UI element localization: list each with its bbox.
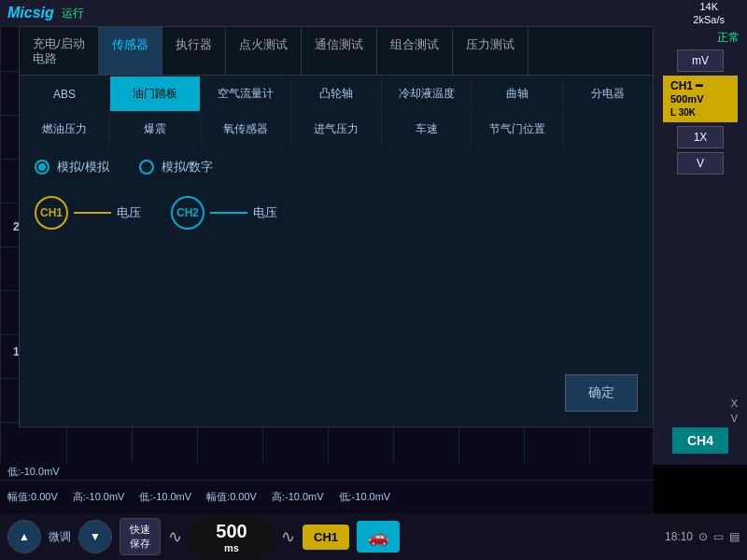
- sensor-knock[interactable]: 爆震: [110, 112, 200, 147]
- down-arrow-button[interactable]: ▼: [78, 520, 112, 553]
- up-arrow-button[interactable]: ▲: [7, 520, 41, 553]
- time-unit: ms: [204, 542, 259, 553]
- clock-display: 18:10 ⊙ ▭ ▤: [665, 530, 740, 543]
- sensor-empty: [563, 112, 653, 147]
- memory-stat: 14K: [699, 0, 718, 13]
- top-stats: 14K 2kSa/s: [693, 0, 725, 26]
- tab-sensor[interactable]: 传感器: [99, 27, 162, 75]
- bottom-status-bar: 幅值:0.00V 高:-10.0mV 低:-10.0mV 幅值:0.00V 高:…: [0, 480, 654, 513]
- tab-pressure[interactable]: 压力测试: [453, 27, 529, 75]
- v-label2: V: [663, 413, 738, 424]
- radio-analog-digital[interactable]: 模拟/数字: [139, 159, 214, 175]
- radio-circle-1: [35, 160, 49, 175]
- modal-tabs: 充电/启动电路 传感器 执行器 点火测试 通信测试 组合测试 压力测试: [20, 27, 653, 76]
- sensor-modal: 充电/启动电路 传感器 执行器 点火测试 通信测试 组合测试 压力测试 ABS …: [19, 26, 654, 427]
- tab-combined[interactable]: 组合测试: [377, 27, 453, 75]
- sensor-distributor[interactable]: 分电器: [563, 77, 653, 111]
- quick-save-label2: 保存: [130, 537, 150, 551]
- status-low1: 低:-10.0mV: [139, 490, 191, 504]
- app-logo: Micsig: [7, 5, 54, 21]
- ch1-voltage-label: 电压: [117, 204, 141, 221]
- sensor-coolant[interactable]: 冷却液温度: [382, 77, 472, 111]
- ch1-badge[interactable]: CH1: [35, 196, 68, 230]
- sensor-fuel[interactable]: 燃油压力: [20, 112, 109, 147]
- mv-button[interactable]: mV: [677, 49, 724, 72]
- normal-status: 正常: [717, 30, 740, 46]
- controls-bar: ▲ 微调 ▼ 快速 保存 ∿ 500 ms ∿ CH1 🚗 18:10 ⊙ ▭ …: [0, 513, 747, 560]
- radio-label-1: 模拟/模拟: [57, 159, 109, 175]
- tab-comms[interactable]: 通信测试: [302, 27, 377, 75]
- ch1-ctrl-button[interactable]: CH1: [303, 525, 349, 550]
- radio-label-2: 模拟/数字: [162, 159, 214, 175]
- status-low2: 低:-10.0mV: [339, 490, 391, 504]
- top-bar: Micsig 运行 14K 2kSa/s: [0, 0, 747, 26]
- zoom-1x-button[interactable]: 1X: [677, 126, 724, 148]
- ch2-voltage-label: 电压: [253, 204, 277, 221]
- status-amp2: 幅值:0.00V: [206, 490, 257, 504]
- bottom-status-bar2: 低:-10.0mV: [0, 463, 654, 480]
- channel-row: CH1 电压 CH2 电压: [20, 187, 653, 239]
- v-button[interactable]: V: [677, 152, 724, 175]
- wifi-icon: ⊙: [698, 530, 708, 543]
- sensor-grid-row2: 燃油压力 爆震 氧传感器 进气压力 车速 节气门位置: [20, 112, 653, 147]
- radio-row: 模拟/模拟 模拟/数字: [20, 147, 653, 187]
- status-high1: 高:-10.0mV: [73, 490, 125, 504]
- sensor-tps[interactable]: 节气门位置: [472, 112, 562, 147]
- quick-save-label: 快速: [130, 523, 150, 537]
- sensor-airflow[interactable]: 空气流量计: [201, 77, 290, 111]
- radio-circle-2: [139, 160, 154, 175]
- status-low-main: 低:-10.0mV: [7, 465, 60, 479]
- ch4-button[interactable]: CH4: [672, 427, 728, 454]
- radio-analog-analog[interactable]: 模拟/模拟: [35, 159, 109, 175]
- tab-actuator[interactable]: 执行器: [162, 27, 226, 75]
- fine-adj-label: 微调: [49, 529, 71, 545]
- wave-left-icon: ∿: [168, 526, 182, 547]
- ch2-line: CH2 电压: [171, 196, 277, 230]
- sensor-throttle[interactable]: 油门踏板: [110, 77, 200, 111]
- time-text: 18:10: [665, 530, 693, 543]
- sensor-camshaft[interactable]: 凸轮轴: [291, 77, 381, 111]
- sensor-speed[interactable]: 车速: [382, 112, 472, 147]
- status-high2: 高:-10.0mV: [272, 490, 324, 504]
- tab-charging[interactable]: 充电/启动电路: [20, 27, 99, 75]
- wave-right-icon: ∿: [281, 526, 295, 547]
- signal-icon: ▤: [729, 530, 740, 543]
- tab-ignition[interactable]: 点火测试: [226, 27, 302, 75]
- sample-rate-stat: 2kSa/s: [693, 13, 725, 26]
- bottom-icons: 18:10 ⊙ ▭ ▤: [665, 530, 740, 543]
- car-button[interactable]: 🚗: [357, 521, 400, 553]
- ch2-connector: [210, 212, 247, 214]
- sensor-oxygen[interactable]: 氧传感器: [201, 112, 290, 147]
- sensor-intake[interactable]: 进气压力: [291, 112, 381, 147]
- sensor-abs[interactable]: ABS: [20, 77, 109, 111]
- ch1-button[interactable]: CH1 ━ 500mV L 30K: [663, 76, 738, 122]
- x-label: X: [663, 398, 738, 409]
- right-sidebar: 正常 mV CH1 ━ 500mV L 30K 1X V X V CH4: [654, 26, 747, 465]
- sensor-crankshaft[interactable]: 曲轴: [472, 77, 562, 111]
- time-value: 500: [216, 521, 247, 541]
- run-status: 运行: [62, 6, 84, 21]
- time-display: 500 ms: [190, 517, 274, 557]
- status-amp1: 幅值:0.00V: [7, 490, 58, 504]
- confirm-button[interactable]: 确定: [565, 374, 638, 412]
- ch2-badge[interactable]: CH2: [171, 196, 204, 230]
- ch1-line: CH1 电压: [35, 196, 141, 230]
- sensor-grid-row1: ABS 油门踏板 空气流量计 凸轮轴 冷却液温度 曲轴 分电器: [20, 77, 653, 111]
- quick-save-button[interactable]: 快速 保存: [120, 518, 161, 555]
- battery-icon: ▭: [713, 530, 724, 543]
- ch1-connector: [74, 212, 111, 214]
